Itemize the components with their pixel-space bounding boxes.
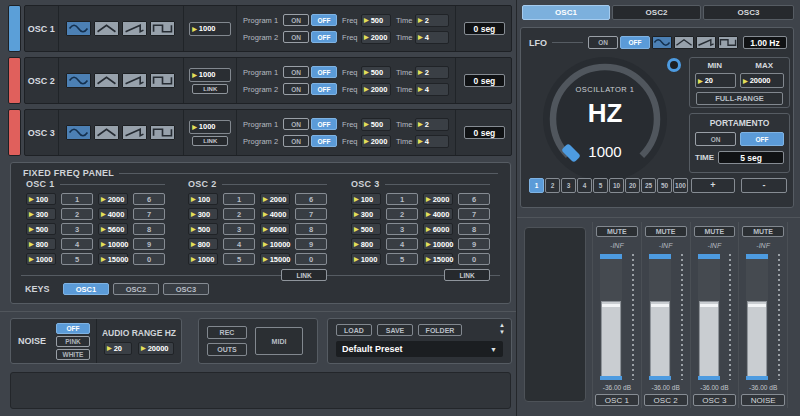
increment-button[interactable]: 50 <box>657 178 672 193</box>
key-button[interactable]: 1 <box>61 193 93 205</box>
lfo-sine-button[interactable] <box>652 36 672 49</box>
key-button[interactable]: 2 <box>386 208 418 220</box>
program2-freq-stepper[interactable]: 2000 <box>361 83 391 96</box>
fader-handle[interactable] <box>650 301 670 377</box>
fixed-freq-value[interactable]: 800 <box>26 238 56 250</box>
waveform-saw-button[interactable] <box>122 21 147 36</box>
key-button[interactable]: 5 <box>223 253 255 265</box>
key-button[interactable]: 7 <box>458 208 490 220</box>
fixed-freq-value[interactable]: 500 <box>188 223 218 235</box>
key-button[interactable]: 9 <box>458 238 490 250</box>
key-button[interactable]: 3 <box>61 223 93 235</box>
program2-freq-stepper[interactable]: 2000 <box>361 135 391 148</box>
increment-button[interactable]: 3 <box>561 178 576 193</box>
program2-time-stepper[interactable]: 4 <box>415 83 449 96</box>
fixed-freq-value[interactable]: 6000 <box>260 223 290 235</box>
program1-freq-stepper[interactable]: 500 <box>361 14 391 27</box>
key-button[interactable]: 8 <box>295 223 327 235</box>
fixed-freq-value[interactable]: 15000 <box>260 253 290 265</box>
waveform-sine-button[interactable] <box>66 21 91 36</box>
fixed-freq-value[interactable]: 2000 <box>423 193 453 205</box>
volume-fader[interactable] <box>746 254 768 380</box>
increment-button[interactable]: 20 <box>625 178 640 193</box>
volume-fader[interactable] <box>600 254 622 380</box>
increment-button[interactable]: 4 <box>577 178 592 193</box>
preset-up-icon[interactable] <box>499 322 505 329</box>
key-button[interactable]: 8 <box>133 223 165 235</box>
min-stepper[interactable]: 20 <box>695 73 736 88</box>
program2-on-button[interactable]: ON <box>283 31 309 43</box>
fader-handle[interactable] <box>747 301 767 377</box>
key-button[interactable]: 5 <box>61 253 93 265</box>
keys-osc3-button[interactable]: OSC3 <box>163 283 209 295</box>
lfo-square-button[interactable] <box>718 36 738 49</box>
tab-osc2[interactable]: OSC2 <box>612 5 701 20</box>
fixed-freq-value[interactable]: 6000 <box>423 223 453 235</box>
portamento-on-button[interactable]: ON <box>695 132 736 146</box>
save-button[interactable]: SAVE <box>377 324 413 336</box>
osc1-freq-stepper[interactable]: 1000 <box>189 22 231 36</box>
fixed-freq-value[interactable]: 800 <box>351 238 381 250</box>
fixed-freq-value[interactable]: 300 <box>26 208 56 220</box>
program1-off-button[interactable]: OFF <box>311 118 337 130</box>
increment-button[interactable]: 1 <box>529 178 544 193</box>
osc3-link-button[interactable]: LINK <box>192 136 228 146</box>
waveform-sine-button[interactable] <box>66 125 91 140</box>
key-button[interactable]: 9 <box>133 238 165 250</box>
program2-freq-stepper[interactable]: 2000 <box>361 31 391 44</box>
key-button[interactable]: 7 <box>295 208 327 220</box>
osc2-group-link-button[interactable]: LINK <box>281 269 327 281</box>
key-button[interactable]: 6 <box>458 193 490 205</box>
tab-osc3[interactable]: OSC3 <box>703 5 794 20</box>
waveform-square-button[interactable] <box>150 21 175 36</box>
volume-fader[interactable] <box>698 254 720 380</box>
key-button[interactable]: 6 <box>133 193 165 205</box>
mute-button[interactable]: MUTE <box>596 226 638 237</box>
load-button[interactable]: LOAD <box>336 324 372 336</box>
key-button[interactable]: 0 <box>295 253 327 265</box>
program1-off-button[interactable]: OFF <box>311 14 337 26</box>
folder-button[interactable]: FOLDER <box>418 324 462 336</box>
fixed-freq-value[interactable]: 100 <box>188 193 218 205</box>
increment-button[interactable]: 100 <box>673 178 688 193</box>
program1-on-button[interactable]: ON <box>283 66 309 78</box>
program1-time-stepper[interactable]: 2 <box>415 14 449 27</box>
keys-osc2-button[interactable]: OSC2 <box>113 283 159 295</box>
fixed-freq-value[interactable]: 800 <box>188 238 218 250</box>
key-button[interactable]: 8 <box>458 223 490 235</box>
minus-button[interactable]: - <box>741 178 787 193</box>
lfo-triangle-button[interactable] <box>674 36 694 49</box>
fixed-freq-value[interactable]: 4000 <box>423 208 453 220</box>
waveform-square-button[interactable] <box>150 73 175 88</box>
fixed-freq-value[interactable]: 2000 <box>98 193 128 205</box>
program1-time-stepper[interactable]: 2 <box>415 66 449 79</box>
fixed-freq-value[interactable]: 2000 <box>260 193 290 205</box>
noise-pink-button[interactable]: PINK <box>56 336 90 347</box>
midi-button[interactable]: MIDI <box>255 327 303 355</box>
volume-fader[interactable] <box>649 254 671 380</box>
rec-button[interactable]: REC <box>207 326 247 339</box>
program2-time-stepper[interactable]: 4 <box>415 135 449 148</box>
fixed-freq-value[interactable]: 15000 <box>98 253 128 265</box>
program2-on-button[interactable]: ON <box>283 135 309 147</box>
range-max-stepper[interactable]: 20000 <box>138 342 174 355</box>
fixed-freq-value[interactable]: 1000 <box>188 253 218 265</box>
key-button[interactable]: 4 <box>386 238 418 250</box>
preset-down-icon[interactable] <box>499 329 505 336</box>
program1-freq-stepper[interactable]: 500 <box>361 118 391 131</box>
max-stepper[interactable]: 20000 <box>740 73 784 88</box>
osc3-freq-stepper[interactable]: 1000 <box>189 120 231 134</box>
fixed-freq-value[interactable]: 1000 <box>26 253 56 265</box>
preset-dropdown[interactable]: Default Preset <box>336 341 503 357</box>
key-button[interactable]: 2 <box>61 208 93 220</box>
key-button[interactable]: 6 <box>295 193 327 205</box>
fixed-freq-value[interactable]: 5600 <box>98 223 128 235</box>
mute-button[interactable]: MUTE <box>742 226 784 237</box>
key-button[interactable]: 3 <box>223 223 255 235</box>
lfo-off-button[interactable]: OFF <box>620 36 650 49</box>
fixed-freq-value[interactable]: 10000 <box>423 238 453 250</box>
plus-button[interactable]: + <box>691 178 735 193</box>
program1-on-button[interactable]: ON <box>283 118 309 130</box>
fixed-freq-value[interactable]: 500 <box>26 223 56 235</box>
fixed-freq-value[interactable]: 500 <box>351 223 381 235</box>
